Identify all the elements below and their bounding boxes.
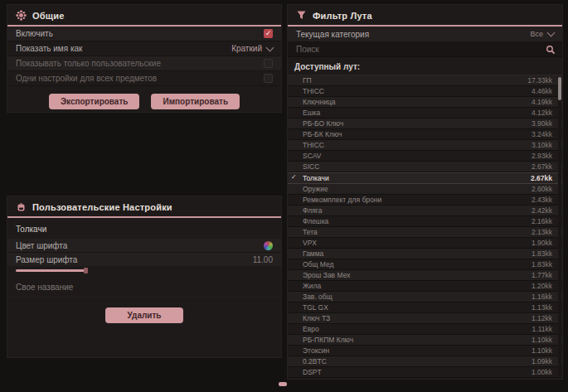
loot-item-value: 4.12kk	[532, 109, 552, 117]
font-color-label: Цвет шрифта	[16, 241, 67, 250]
delete-button[interactable]: Удалить	[105, 307, 182, 323]
loot-item-value: 1.83kk	[532, 249, 552, 258]
loot-item-name: SCAV	[303, 152, 322, 160]
slider-thumb[interactable]	[84, 268, 88, 273]
custom-settings-title: Пользовательские Настройки	[32, 202, 172, 212]
search-icon[interactable]	[546, 45, 556, 55]
scroll-indicator[interactable]	[279, 382, 287, 386]
custom-name-input[interactable]	[7, 278, 281, 298]
loot-row[interactable]: РБ-БК Ключ3.24kk	[288, 129, 562, 140]
loot-list: ГП17.33kkTHICC4.46kkКлючница4.19kkЕшка4.…	[288, 75, 562, 378]
loot-row[interactable]: Этоксин1.10kk	[288, 346, 562, 356]
general-panel: Общие Включить ✓ Показать имя как Кратки…	[7, 4, 282, 113]
loot-item-name: РБ-ПКПМ Ключ	[303, 336, 353, 344]
loot-item-value: 1.00kk	[532, 368, 552, 376]
delete-row: Удалить	[7, 307, 281, 323]
loot-filter-header: Фильтр Лута	[288, 5, 562, 27]
loot-item-value: 4.19kk	[532, 98, 552, 106]
loot-row[interactable]: Общ Мед1.83kk	[288, 259, 562, 270]
loot-item-value: 2.60kk	[532, 185, 552, 193]
loot-row[interactable]: Жила1.20kk	[288, 281, 562, 292]
loot-row[interactable]: VPX1.90kk	[288, 238, 562, 249]
loot-row[interactable]: Фляга2.42kk	[288, 206, 562, 216]
loot-row[interactable]: Ремкомплект для брони2.43kk	[288, 195, 562, 206]
loot-item-value: 2.42kk	[532, 206, 552, 215]
loot-item-name: ГП	[303, 76, 312, 85]
same-settings-label: Одни настройки для всех предметов	[16, 74, 157, 83]
loot-row[interactable]: Ключ ТЗ1.12kk	[288, 313, 562, 324]
loot-item-value: 1.11kk	[532, 325, 552, 333]
only-custom-label: Показывать только пользовательские	[16, 59, 161, 68]
general-panel-header: Общие	[7, 5, 281, 27]
loot-item-value: 17.33kk	[527, 76, 552, 85]
loot-item-value: 3.10kk	[532, 141, 552, 149]
loot-row[interactable]: Эрош Зав Мех1.77kk	[288, 270, 562, 281]
general-panel-title: Общие	[32, 11, 65, 21]
loot-item-name: Ремкомплект для брони	[303, 196, 381, 204]
custom-settings-panel: Пользовательские Настройки Толкачи Цвет …	[7, 196, 282, 358]
loot-row[interactable]: 0.2BTC1.09kk	[288, 356, 562, 367]
loot-row[interactable]: THICC3.10kk	[288, 140, 562, 151]
loot-item-value: 2.13kk	[532, 228, 552, 236]
show-name-dropdown[interactable]: Краткий	[231, 44, 273, 53]
loot-item-value: 3.24kk	[532, 130, 552, 138]
show-name-label: Показать имя как	[16, 44, 82, 53]
loot-row[interactable]: TGL GX1.13kk	[288, 302, 562, 313]
loot-row[interactable]: SICC2.67kk	[288, 162, 562, 172]
font-size-value: 11.00	[253, 255, 273, 264]
search-row	[288, 42, 562, 57]
loot-row[interactable]: Ешка4.12kk	[288, 108, 562, 119]
loot-item-value: 1.90kk	[532, 239, 552, 247]
loot-item-value: 1.20kk	[532, 282, 552, 290]
loot-row[interactable]: Тета2.13kk	[288, 227, 562, 238]
loot-item-name: Общ Мед	[303, 260, 334, 269]
loot-item-name: Толкачи	[303, 174, 329, 182]
scrollbar-thumb[interactable]	[558, 77, 561, 100]
loot-item-name: РБ-БО Ключ	[303, 119, 343, 128]
loot-row[interactable]: Флешка2.16kk	[288, 216, 562, 227]
loot-row[interactable]: DSPT1.00kk	[288, 367, 562, 378]
loot-row[interactable]: Ключница4.19kk	[288, 97, 562, 108]
font-size-label: Размер шрифта	[16, 255, 77, 264]
loot-item-value: 2.43kk	[532, 196, 552, 204]
loot-item-name: Ключница	[303, 98, 336, 106]
loot-row[interactable]: РБ-ПКПМ Ключ1.10kk	[288, 335, 562, 346]
loot-row[interactable]: Оружие2.60kk	[288, 184, 562, 195]
import-button[interactable]: Импортировать	[151, 94, 240, 109]
loot-item-name: Оружие	[303, 185, 328, 193]
loot-item-value: 1.12kk	[532, 314, 552, 322]
loot-item-value: 2.67kk	[531, 174, 552, 182]
font-size-slider[interactable]	[16, 268, 273, 273]
loot-filter-panel: Фильтр Лута Текущая категория Все Доступ…	[287, 4, 563, 380]
loot-item-value: 2.67kk	[532, 162, 552, 171]
loot-item-value: 2.93kk	[532, 152, 552, 160]
loot-item-name: Жила	[303, 282, 321, 290]
funnel-icon	[296, 10, 307, 21]
show-name-value: Краткий	[231, 44, 262, 53]
export-button[interactable]: Экспортировать	[49, 94, 140, 109]
loot-row[interactable]: Зав. общ1.16kk	[288, 292, 562, 302]
category-row: Текущая категория Все	[288, 27, 562, 42]
chevron-down-icon	[547, 29, 556, 37]
loot-item-name: SICC	[303, 162, 319, 171]
loot-list-scrollbar[interactable]	[558, 77, 561, 376]
loot-item-name: Ешка	[303, 109, 320, 117]
same-settings-checkbox[interactable]	[264, 74, 273, 83]
loot-row[interactable]: РБ-БО Ключ3.90kk	[288, 119, 562, 129]
show-name-row: Показать имя как Краткий	[7, 41, 281, 56]
font-color-row: Цвет шрифта	[7, 239, 281, 253]
loot-item-name: DSPT	[303, 368, 322, 376]
category-dropdown[interactable]: Все	[530, 30, 554, 38]
enable-checkbox[interactable]: ✓	[264, 29, 273, 38]
loot-item-name: Флешка	[303, 217, 328, 225]
loot-row[interactable]: THICC4.46kk	[288, 86, 562, 97]
loot-row[interactable]: Евро1.11kk	[288, 324, 562, 335]
loot-item-value: 1.09kk	[532, 357, 552, 365]
loot-row[interactable]: Гамма1.83kk	[288, 249, 562, 259]
loot-row[interactable]: ✓Толкачи2.67kk	[288, 172, 562, 184]
only-custom-checkbox[interactable]	[264, 59, 273, 68]
search-input[interactable]	[294, 44, 546, 55]
color-picker-icon[interactable]	[264, 241, 273, 250]
loot-row[interactable]: SCAV2.93kk	[288, 151, 562, 162]
loot-row[interactable]: ГП17.33kk	[288, 75, 562, 86]
